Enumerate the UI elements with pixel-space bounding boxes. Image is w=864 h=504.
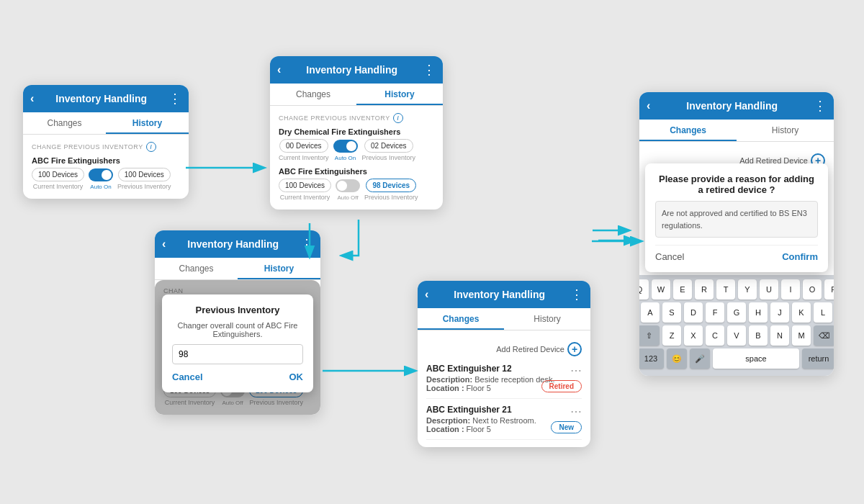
card5-header: ‹ Inventory Handling ⋮ bbox=[639, 92, 834, 120]
card4-item1-badge: Retired bbox=[541, 380, 582, 392]
card5-reason-confirm-btn[interactable]: Confirm bbox=[782, 251, 818, 262]
key-123[interactable]: 123 bbox=[639, 348, 664, 369]
key-i[interactable]: I bbox=[781, 279, 800, 300]
card2-menu-icon[interactable]: ⋮ bbox=[423, 62, 436, 78]
card5-reason-title: Please provide a reason for adding a ret… bbox=[655, 174, 818, 195]
key-mic[interactable]: 🎤 bbox=[690, 348, 710, 369]
card4-tab-changes[interactable]: Changes bbox=[418, 308, 504, 330]
key-a[interactable]: A bbox=[641, 302, 660, 323]
card4-item2-badge: New bbox=[551, 421, 582, 433]
card4-back-icon[interactable]: ‹ bbox=[425, 288, 428, 301]
card1: ‹ Inventory Handling ⋮ Changes History C… bbox=[23, 85, 189, 199]
key-g[interactable]: G bbox=[727, 302, 746, 323]
card3-tab-changes[interactable]: Changes bbox=[155, 258, 238, 279]
card3-modal-title: Previous Inventory bbox=[172, 305, 303, 315]
card5-reason-text: Are not approved and certified to BS EN3… bbox=[655, 201, 818, 238]
card3-tab-history[interactable]: History bbox=[238, 258, 320, 279]
key-b[interactable]: B bbox=[749, 325, 768, 346]
key-v[interactable]: V bbox=[727, 325, 746, 346]
key-x[interactable]: X bbox=[684, 325, 703, 346]
key-p[interactable]: P bbox=[824, 279, 834, 300]
arrow-c1-to-c2 bbox=[186, 157, 272, 179]
card4-item2-name: ABC Extinguisher 21 bbox=[426, 405, 582, 415]
card1-toggle[interactable] bbox=[89, 168, 113, 181]
card2-info-icon[interactable]: i bbox=[393, 113, 403, 123]
key-t[interactable]: T bbox=[716, 279, 735, 300]
key-q[interactable]: Q bbox=[639, 279, 649, 300]
key-u[interactable]: U bbox=[760, 279, 778, 300]
card2-back-icon[interactable]: ‹ bbox=[277, 63, 281, 76]
card1-tab-history[interactable]: History bbox=[106, 112, 189, 134]
key-c[interactable]: C bbox=[706, 325, 724, 346]
key-r[interactable]: R bbox=[695, 279, 714, 300]
key-w[interactable]: W bbox=[652, 279, 670, 300]
card2-d1-previous: 02 Devices bbox=[364, 139, 413, 153]
card5-keyboard: Q W E R T Y U I O P A S D F G H J K L ⇧ … bbox=[639, 275, 834, 376]
arrow-c2-to-c3 bbox=[344, 220, 373, 277]
key-m[interactable]: M bbox=[792, 325, 811, 346]
card3-title: Inventory Handling bbox=[170, 238, 296, 250]
card4-item1-menu[interactable]: ⋯ bbox=[570, 364, 582, 377]
card2: ‹ Inventory Handling ⋮ Changes History C… bbox=[270, 56, 443, 210]
card4-tab-history[interactable]: History bbox=[504, 308, 590, 330]
key-f[interactable]: F bbox=[706, 302, 724, 323]
card3-ok-btn[interactable]: OK bbox=[289, 372, 304, 382]
card4-item1: ⋯ ABC Extinguisher 12 Description: Besid… bbox=[426, 358, 582, 399]
key-space[interactable]: space bbox=[713, 348, 799, 369]
key-l[interactable]: L bbox=[814, 302, 832, 323]
card2-d2-toggle[interactable] bbox=[336, 179, 360, 192]
card2-tab-history[interactable]: History bbox=[356, 84, 443, 105]
card5-reason-buttons: Cancel Confirm bbox=[655, 245, 818, 262]
card3-back-icon[interactable]: ‹ bbox=[162, 238, 166, 251]
card5-back-icon[interactable]: ‹ bbox=[647, 99, 650, 112]
card2-device2-name: ABC Fire Extinguishers bbox=[279, 167, 434, 176]
key-d[interactable]: D bbox=[684, 302, 703, 323]
key-return[interactable]: return bbox=[802, 348, 834, 369]
card1-menu-icon[interactable]: ⋮ bbox=[168, 91, 181, 107]
key-h[interactable]: H bbox=[749, 302, 768, 323]
card5-menu-icon[interactable]: ⋮ bbox=[814, 98, 827, 114]
key-emoji[interactable]: 😊 bbox=[667, 348, 687, 369]
card1-toggle-label: Auto On bbox=[90, 184, 111, 190]
card3-modal-input[interactable] bbox=[172, 344, 303, 364]
card3-cancel-btn[interactable]: Cancel bbox=[172, 372, 203, 382]
key-e[interactable]: E bbox=[673, 279, 692, 300]
card1-device1-row: 100 Devices Current Inventory Auto On 10… bbox=[32, 168, 180, 190]
key-j[interactable]: J bbox=[770, 302, 789, 323]
card1-tab-changes[interactable]: Changes bbox=[23, 112, 106, 134]
keyboard-row4: 123 😊 🎤 space return bbox=[642, 348, 831, 369]
card2-content: CHANGE PREVIOUS INVENTORY i Dry Chemical… bbox=[270, 106, 443, 210]
card1-info-icon[interactable]: i bbox=[146, 142, 156, 152]
card4-add-retired-btn[interactable]: + bbox=[567, 342, 582, 356]
key-backspace[interactable]: ⌫ bbox=[814, 325, 834, 346]
card4-menu-icon[interactable]: ⋮ bbox=[570, 287, 583, 302]
card2-d1-toggle[interactable] bbox=[333, 140, 358, 153]
card3-tabs: Changes History bbox=[155, 258, 320, 280]
card1-section-label: CHANGE PREVIOUS INVENTORY i bbox=[32, 142, 180, 152]
card3-modal-buttons: Cancel OK bbox=[172, 372, 303, 382]
key-y[interactable]: Y bbox=[738, 279, 757, 300]
card4-item2: ⋯ ABC Extinguisher 21 Descrption: Next t… bbox=[426, 399, 582, 440]
card4-title: Inventory Handling bbox=[433, 289, 566, 300]
card1-back-icon[interactable]: ‹ bbox=[30, 92, 34, 105]
card2-device2-row: 100 Devices Current Inventory Auto Off 9… bbox=[279, 179, 434, 201]
card3-menu-icon[interactable]: ⋮ bbox=[300, 236, 313, 252]
card5-tab-changes[interactable]: Changes bbox=[639, 120, 737, 141]
card2-title: Inventory Handling bbox=[285, 64, 418, 76]
card4-item2-menu[interactable]: ⋯ bbox=[570, 405, 582, 418]
card2-d2-previous: 98 Devices bbox=[366, 179, 416, 192]
card1-content: CHANGE PREVIOUS INVENTORY i ABC Fire Ext… bbox=[23, 135, 189, 199]
key-shift[interactable]: ⇧ bbox=[639, 325, 660, 346]
key-n[interactable]: N bbox=[770, 325, 789, 346]
key-k[interactable]: K bbox=[792, 302, 811, 323]
card5: ‹ Inventory Handling ⋮ Changes History A… bbox=[639, 92, 834, 376]
key-s[interactable]: S bbox=[662, 302, 681, 323]
card5-tab-history[interactable]: History bbox=[737, 120, 834, 141]
key-z[interactable]: Z bbox=[662, 325, 681, 346]
card5-title: Inventory Handling bbox=[654, 100, 809, 112]
card3-content: CHAN ABC F Previous Inventory Changer ov… bbox=[155, 280, 320, 415]
keyboard-row2: A S D F G H J K L bbox=[642, 302, 831, 323]
card5-reason-cancel-btn[interactable]: Cancel bbox=[655, 251, 684, 262]
key-o[interactable]: O bbox=[803, 279, 822, 300]
card2-tab-changes[interactable]: Changes bbox=[270, 84, 356, 105]
